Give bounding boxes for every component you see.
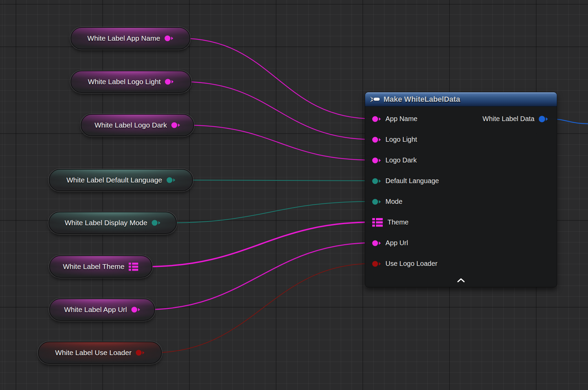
teal-input-pin-icon[interactable] — [372, 198, 381, 205]
wire-white-label-app-name-to-app-name[interactable] — [181, 38, 373, 119]
chevron-up-icon — [457, 278, 465, 282]
pin-label: Theme — [387, 218, 408, 226]
struct-out-pin-icon[interactable] — [539, 115, 548, 123]
pin-label: Logo Dark — [385, 156, 417, 164]
var-node-label: White Label App Url — [64, 306, 127, 314]
make-struct-icon: ↘↗ — [370, 96, 380, 102]
wire-white-label-logo-dark-to-logo-dark[interactable] — [185, 125, 373, 160]
make-whitelabeldata-node[interactable]: ↘↗ Make WhiteLabelData App Name White La… — [365, 92, 557, 287]
wire-white-label-logo-light-to-logo-light[interactable] — [182, 82, 373, 139]
output-pin-label: White Label Data — [483, 115, 534, 123]
wire-white-label-display-mode-to-mode[interactable] — [168, 201, 373, 223]
var-node-white-label-app-name[interactable]: White Label App Name — [70, 27, 190, 50]
string-output-pin-icon[interactable] — [131, 306, 140, 313]
wire-white-label-theme-to-theme[interactable] — [147, 222, 373, 267]
var-node-label: White Label Default Language — [66, 176, 162, 184]
string-output-pin-icon[interactable] — [165, 78, 174, 85]
string-output-pin-icon[interactable] — [164, 35, 173, 42]
var-node-label: White Label Logo Dark — [94, 121, 167, 129]
var-node-label: White Label Logo Light — [88, 78, 161, 86]
collapse-node-button[interactable] — [454, 277, 468, 284]
pin-row-logo-dark: Logo Dark — [365, 150, 557, 171]
var-node-white-label-default-language[interactable]: White Label Default Language — [49, 169, 193, 191]
pin-label: Logo Light — [385, 136, 417, 143]
var-node-white-label-use-loader[interactable]: White Label Use Loader — [38, 342, 162, 364]
wire-white-label-use-loader-to-use-logo-loader[interactable] — [153, 264, 373, 353]
pin-row-mode: Mode — [365, 191, 557, 212]
node-header[interactable]: ↘↗ Make WhiteLabelData — [365, 92, 557, 106]
node-title: Make WhiteLabelData — [383, 95, 460, 104]
var-node-label: White Label Display Mode — [65, 219, 147, 227]
var-node-white-label-display-mode[interactable]: White Label Display Mode — [48, 212, 177, 234]
pin-label: Default Language — [385, 177, 439, 185]
string-input-pin-icon[interactable] — [372, 157, 381, 164]
string-output-pin-icon[interactable] — [171, 122, 180, 129]
pin-label: App Url — [385, 239, 408, 247]
teal-output-pin-icon[interactable] — [151, 219, 161, 226]
struct-input-pin-icon[interactable] — [372, 217, 383, 227]
pin-row-use-logo-loader: Use Logo Loader — [365, 253, 557, 274]
var-node-white-label-logo-dark[interactable]: White Label Logo Dark — [81, 114, 194, 136]
var-node-white-label-app-url[interactable]: White Label App Url — [49, 298, 155, 321]
wire-white-label-app-url-to-app-url[interactable] — [146, 243, 373, 310]
pin-label: Mode — [385, 198, 402, 206]
pin-row-app-url: App Url — [365, 233, 557, 253]
wire-white-label-default-language-to-default-language[interactable] — [184, 180, 373, 181]
pin-row-theme: Theme — [365, 212, 557, 233]
node-body: App Name White Label Data Logo Light Log… — [365, 106, 557, 274]
pin-label: App Name — [385, 115, 418, 123]
string-input-pin-icon[interactable] — [372, 136, 381, 143]
pin-label: Use Logo Loader — [385, 260, 437, 268]
var-node-white-label-theme[interactable]: White Label Theme — [49, 255, 152, 278]
string-input-pin-icon[interactable] — [372, 240, 381, 247]
struct-output-pin-icon[interactable] — [128, 262, 139, 271]
teal-output-pin-icon[interactable] — [166, 177, 175, 183]
blueprint-graph-canvas[interactable]: White Label App Name White Label Logo Li… — [0, 0, 588, 390]
var-node-label: White Label Use Loader — [55, 349, 131, 357]
pin-row-default-language: Default Language — [365, 171, 557, 191]
pin-row-app-name: App Name White Label Data — [365, 109, 557, 129]
var-node-white-label-logo-light[interactable]: White Label Logo Light — [70, 71, 191, 93]
bool-output-pin-icon[interactable] — [135, 349, 145, 356]
teal-input-pin-icon[interactable] — [372, 178, 381, 184]
var-node-label: White Label App Name — [87, 34, 160, 42]
var-node-label: White Label Theme — [63, 262, 125, 271]
bool-input-pin-icon[interactable] — [372, 260, 381, 267]
string-input-pin-icon[interactable] — [372, 116, 381, 122]
pin-row-logo-light: Logo Light — [365, 129, 557, 150]
